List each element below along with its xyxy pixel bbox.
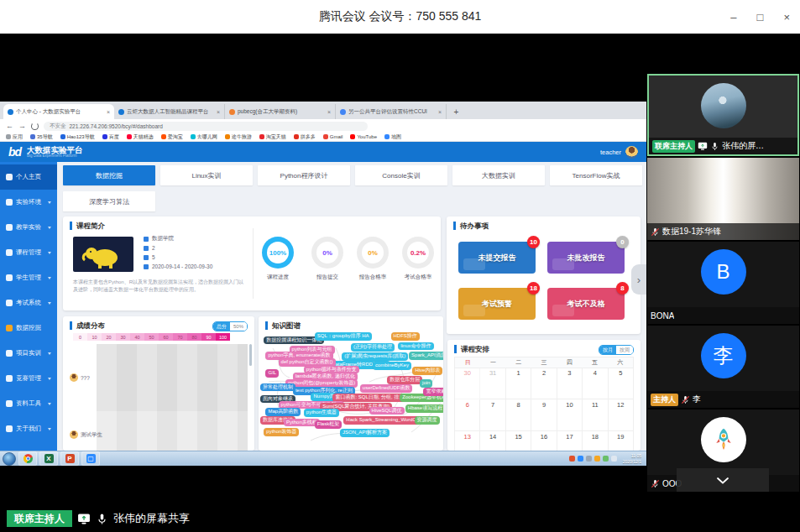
browser-tab[interactable]: 云炬大数据人工智能精品课程平台× bbox=[114, 104, 225, 119]
toggle-week[interactable]: 按周 bbox=[616, 346, 633, 354]
calendar-day-cell[interactable]: 19 bbox=[609, 431, 634, 451]
todo-tile[interactable]: 未批改报告0 bbox=[547, 242, 625, 274]
sidebar-item[interactable]: 项目实训 bbox=[0, 341, 57, 366]
bookmark-item[interactable]: 爱淘宝 bbox=[161, 133, 183, 141]
bookmark-item[interactable]: Hao123导航 bbox=[60, 133, 95, 141]
bookmark-item[interactable]: 应用 bbox=[6, 133, 23, 141]
minimize-button[interactable]: – bbox=[730, 12, 736, 23]
bookmark-item[interactable]: 地图 bbox=[384, 133, 401, 141]
calendar-day-cell[interactable]: 8 bbox=[506, 399, 531, 431]
course-tab[interactable]: 深度学习算法 bbox=[63, 191, 155, 211]
mindmap-node[interactable]: linux命令操作 bbox=[398, 342, 433, 351]
collapse-chevron-button[interactable] bbox=[677, 468, 769, 492]
calendar-day-cell[interactable]: 9 bbox=[531, 399, 557, 431]
participant-tile[interactable]: BBONA bbox=[647, 242, 799, 324]
course-tab[interactable]: TensorFlow实战 bbox=[550, 165, 642, 185]
mindmap-node[interactable]: python装饰器 bbox=[264, 428, 299, 436]
calendar-day-cell[interactable]: 3 bbox=[557, 368, 583, 399]
tab-close-icon[interactable]: × bbox=[217, 109, 220, 115]
new-tab-button[interactable]: + bbox=[450, 106, 463, 118]
calendar-day-cell[interactable]: 2 bbox=[531, 368, 557, 399]
calendar-day-cell[interactable]: 11 bbox=[583, 399, 608, 431]
tray-icon[interactable] bbox=[594, 456, 600, 462]
mindmap-node[interactable]: 资源调度 bbox=[415, 416, 440, 425]
sidebar-item[interactable]: 实验环境 bbox=[0, 190, 57, 215]
mindmap-node[interactable]: Flask框架 bbox=[315, 420, 342, 429]
participant-tile[interactable]: 联席主持人张伟的屏… bbox=[647, 74, 799, 156]
tab-close-icon[interactable]: × bbox=[327, 109, 331, 115]
bookmark-item[interactable]: 去哪儿网 bbox=[191, 133, 217, 141]
calendar-day-cell[interactable]: 4 bbox=[583, 368, 608, 399]
sidebar-item[interactable]: 课程管理 bbox=[0, 240, 57, 265]
url-field[interactable]: 不安全 221.226.74.206:9520/bcy/#/dashboard bbox=[44, 122, 368, 131]
bookmark-item[interactable]: 35导航 bbox=[30, 133, 53, 141]
tab-close-icon[interactable]: × bbox=[438, 109, 442, 115]
taskbar-clock[interactable]: 11:05 2020/12/1 bbox=[623, 453, 641, 464]
todo-tile[interactable]: 考试不及格8 bbox=[547, 288, 625, 320]
mindmap-node[interactable]: SQL：groupby排序 HA bbox=[315, 332, 372, 341]
calendar-day-cell[interactable]: 5 bbox=[609, 368, 634, 399]
mindmap-node[interactable]: GIL bbox=[265, 369, 279, 378]
mindmap-node[interactable]: Hbase读写流程 bbox=[405, 404, 443, 413]
toggle-percent[interactable]: 50% bbox=[230, 322, 247, 331]
calendar-toggle[interactable]: 按月 按周 bbox=[599, 345, 634, 355]
mindmap-node[interactable]: 宽窄依赖 bbox=[423, 388, 443, 396]
course-tab[interactable]: Linux实训 bbox=[160, 165, 253, 185]
mindmap-node[interactable]: userDefinedUDF函数 bbox=[360, 384, 413, 393]
bookmark-item[interactable]: 途牛旅游 bbox=[225, 133, 252, 141]
mindmap-node[interactable]: Spark_API消息 bbox=[409, 352, 443, 360]
calendar-day-cell[interactable]: 18 bbox=[583, 431, 608, 451]
start-button[interactable] bbox=[3, 452, 16, 466]
calendar-day-cell[interactable]: 30 bbox=[455, 368, 480, 399]
toggle-month[interactable]: 按月 bbox=[599, 346, 616, 354]
mindmap-node[interactable]: Hive内部表 bbox=[412, 367, 442, 375]
mindmap-node[interactable]: (正则)字符串处理 bbox=[351, 343, 395, 352]
calendar-day-cell[interactable]: 16 bbox=[531, 431, 557, 451]
mindmap-node[interactable]: python生成器 bbox=[304, 409, 339, 417]
panel-next-arrow[interactable]: › bbox=[631, 264, 646, 295]
header-user[interactable]: teacher bbox=[600, 146, 638, 159]
sidebar-item[interactable]: 教学实验 bbox=[0, 215, 57, 240]
toggle-total[interactable]: 总分 bbox=[213, 322, 230, 331]
course-tab[interactable]: Python程序设计 bbox=[258, 165, 350, 185]
mindmap-node[interactable]: combineByKey bbox=[373, 362, 411, 370]
calendar-day-cell[interactable]: 1 bbox=[506, 368, 531, 399]
browser-tab[interactable]: 另一公共平台评估设置特性CCUI× bbox=[336, 104, 447, 119]
bookmark-item[interactable]: 拼多多 bbox=[294, 133, 316, 141]
tray-icon[interactable] bbox=[603, 456, 609, 462]
calendar-day-cell[interactable]: 10 bbox=[557, 399, 583, 431]
todo-tile[interactable]: 考试预警18 bbox=[458, 288, 536, 320]
mindmap-node[interactable]: Map高阶函数 bbox=[265, 408, 301, 416]
calendar-day-cell[interactable]: 31 bbox=[480, 368, 505, 399]
mindmap-node[interactable]: HiveSQL调优 bbox=[369, 407, 405, 415]
taskbar-app-chrome[interactable] bbox=[18, 451, 37, 466]
mindmap-node[interactable]: (扩展)爬虫requests库(抓取) bbox=[342, 352, 408, 361]
participant-tile[interactable]: 李主持人李 bbox=[647, 326, 799, 408]
maximize-button[interactable]: □ bbox=[757, 12, 764, 23]
todo-tile[interactable]: 未提交报告10 bbox=[458, 242, 536, 274]
tray-icon[interactable] bbox=[578, 456, 583, 462]
course-tab[interactable]: 大数据实训 bbox=[452, 165, 545, 185]
calendar-day-cell[interactable]: 15 bbox=[506, 431, 531, 451]
score-toggle[interactable]: 总分 50% bbox=[212, 321, 248, 331]
mindmap-node[interactable]: 异常处理机制 bbox=[260, 383, 295, 392]
sidebar-item[interactable]: 考试系统 bbox=[0, 290, 57, 316]
sidebar-item[interactable]: 数据挖掘 bbox=[0, 316, 57, 341]
tray-icon[interactable] bbox=[611, 456, 617, 462]
mindmap-node[interactable]: HDFS操作 bbox=[391, 332, 420, 341]
course-tab[interactable]: 数据挖掘 bbox=[63, 165, 155, 185]
close-button[interactable]: × bbox=[783, 12, 790, 23]
sidebar-item[interactable]: 资料工具 bbox=[0, 391, 57, 416]
browser-tab[interactable]: pubecg(合工大学期资料)× bbox=[225, 104, 336, 119]
back-icon[interactable]: ← bbox=[6, 123, 13, 130]
participant-tile[interactable]: 数据19-1苏华锋 bbox=[647, 158, 799, 240]
bookmark-item[interactable]: Gmail bbox=[323, 134, 343, 139]
scrollbar[interactable] bbox=[249, 344, 252, 366]
tab-close-icon[interactable]: × bbox=[107, 109, 110, 115]
reload-icon[interactable] bbox=[31, 123, 39, 130]
mindmap-node[interactable]: Hack Spark_Streaming_WordCo bbox=[343, 416, 421, 425]
sidebar-item[interactable]: 个人主页 bbox=[0, 164, 57, 190]
bookmark-item[interactable]: 百度 bbox=[102, 133, 119, 141]
forward-icon[interactable]: → bbox=[18, 123, 26, 130]
calendar-day-cell[interactable]: 13 bbox=[455, 431, 480, 451]
